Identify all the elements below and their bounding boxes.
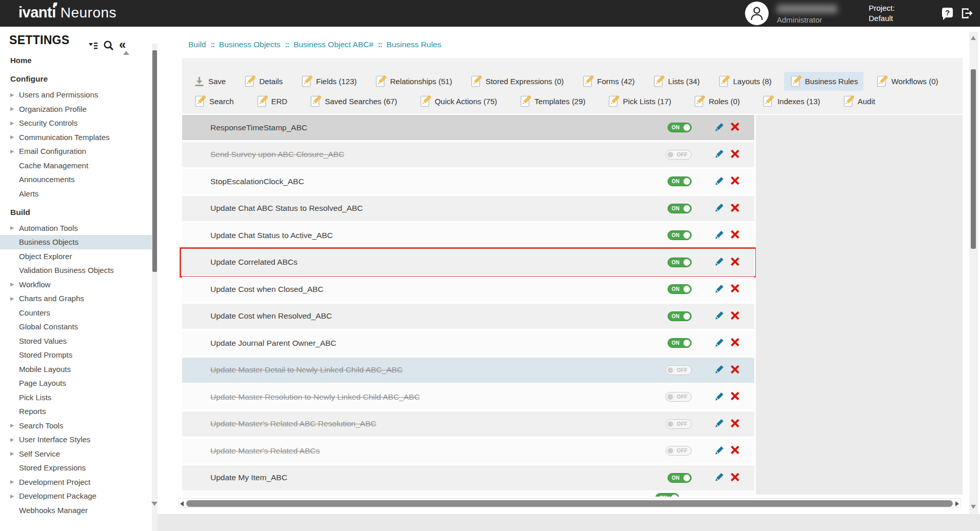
expand-arrow-icon[interactable]: ▶ [10, 282, 14, 287]
delete-rule-button[interactable] [730, 445, 740, 456]
horizontal-scrollbar-track[interactable] [178, 498, 961, 508]
toolbar-button-business-rules[interactable]: Business Rules [784, 72, 864, 91]
rule-toggle[interactable]: OFF [665, 150, 692, 160]
breadcrumb-link-build[interactable]: Build [188, 40, 206, 49]
rule-toggle[interactable]: OFF [665, 419, 692, 429]
collapse-sidebar-icon[interactable]: « [119, 40, 126, 49]
sidebar-item-counters[interactable]: Counters [0, 306, 152, 320]
breadcrumb-link-business-objects[interactable]: Business Objects [219, 40, 281, 49]
scroll-left-icon[interactable] [180, 501, 184, 506]
edit-rule-button[interactable] [715, 392, 724, 402]
sidebar-item-announcements[interactable]: Announcements [0, 172, 152, 187]
sidebar-scrollbar-thumb[interactable] [152, 50, 157, 272]
sidebar-item-webhooks-manager[interactable]: Webhooks Manager [0, 503, 152, 518]
edit-rule-button[interactable] [715, 149, 724, 160]
rule-row-update-my-item-abc[interactable]: Update My Item_ABCON [182, 465, 754, 490]
sidebar-item-home[interactable]: Home [0, 53, 152, 68]
toolbar-button-relationships-51[interactable]: Relationships (51) [369, 72, 458, 91]
edit-rule-button[interactable] [715, 230, 724, 241]
sidebar-item-pick-lists[interactable]: Pick Lists [0, 390, 152, 405]
toolbar-button-erd[interactable]: ERD [250, 92, 293, 111]
expand-arrow-icon[interactable]: ▶ [10, 493, 14, 499]
sidebar-item-development-project[interactable]: ▶Development Project [0, 475, 152, 489]
sidebar-item-stored-prompts[interactable]: Stored Prompts [0, 348, 152, 362]
sidebar-item-development-package[interactable]: ▶Development Package [0, 489, 152, 503]
expand-arrow-icon[interactable]: ▶ [10, 479, 14, 485]
horizontal-scrollbar-thumb[interactable] [186, 500, 953, 507]
sidebar-item-charts-and-graphs[interactable]: ▶Charts and Graphs [0, 291, 152, 306]
rule-row-update-chat-status-to-active-abc[interactable]: Update Chat Status to Active_ABCON [182, 223, 754, 248]
sidebar-item-stored-expressions[interactable]: Stored Expressions [0, 461, 152, 475]
sidebar-item-reports[interactable]: Reports [0, 404, 152, 419]
rule-toggle[interactable]: ON [668, 204, 692, 213]
toolbar-button-roles-0[interactable]: Roles (0) [688, 92, 746, 111]
sidebar-item-global-constants[interactable]: Global Constants [0, 320, 152, 334]
breadcrumb-link-business-object-abc[interactable]: Business Object ABC# [293, 40, 374, 49]
delete-rule-button[interactable] [730, 257, 740, 268]
sidebar-item-page-layouts[interactable]: Page Layouts [0, 376, 152, 390]
sidebar-item-object-explorer[interactable]: Object Explorer [0, 249, 152, 264]
delete-rule-button[interactable] [730, 338, 740, 348]
rule-toggle[interactable]: OFF [665, 446, 692, 456]
edit-rule-button[interactable] [715, 284, 724, 294]
rule-toggle[interactable]: ON [668, 284, 692, 294]
delete-rule-button[interactable] [730, 203, 740, 214]
delete-rule-button[interactable] [730, 473, 740, 483]
edit-rule-button[interactable] [715, 446, 724, 456]
delete-rule-button[interactable] [730, 230, 740, 241]
toolbar-button-audit[interactable]: Audit [837, 92, 881, 111]
rule-toggle[interactable]: ON [668, 123, 692, 132]
delete-rule-button[interactable] [730, 311, 740, 322]
delete-rule-button[interactable] [730, 122, 740, 133]
sidebar-item-communication-templates[interactable]: ▶Communication Templates [0, 130, 152, 145]
sidebar-item-validation-business-objects[interactable]: Validation Business Objects [0, 263, 152, 278]
rule-row-update-cost-when-resolved-abc[interactable]: Update Cost when Resolved_ABCON [182, 304, 754, 329]
toolbar-button-templates-29[interactable]: Templates (29) [514, 92, 591, 111]
breadcrumb-link-business-rules[interactable]: Business Rules [386, 40, 441, 49]
sidebar-item-automation-tools[interactable]: ▶Automation Tools [0, 221, 152, 235]
rule-toggle[interactable]: ON [668, 176, 692, 186]
sidebar-item-alerts[interactable]: Alerts [0, 187, 152, 201]
sidebar-item-email-configuration[interactable]: ▶Email Configuration [0, 144, 152, 159]
expand-arrow-icon[interactable]: ▶ [10, 296, 14, 301]
rule-row-update-cost-when-closed-abc[interactable]: Update Cost when Closed_ABCON [182, 277, 754, 302]
expand-arrow-icon[interactable]: ▶ [10, 437, 14, 442]
search-icon[interactable] [103, 40, 114, 51]
rule-row-update-master-s-related-abc-resolution-abc[interactable]: Update Master's Related ABC Resolution_A… [182, 411, 754, 437]
vertical-scrollbar-thumb[interactable] [971, 69, 976, 249]
expand-arrow-icon[interactable]: ▶ [10, 106, 14, 112]
rule-row-stopescalationclock-abc[interactable]: StopEscalationClock_ABCON [182, 169, 754, 194]
expand-arrow-icon[interactable]: ▶ [10, 120, 14, 126]
rule-row-update-chat-abc-status-to-resolved-abc[interactable]: Update Chat ABC Status to Resolved_ABCON [182, 196, 754, 221]
sidebar-item-workflow[interactable]: ▶Workflow [0, 278, 152, 292]
toolbar-button-pick-lists-17[interactable]: Pick Lists (17) [602, 92, 677, 111]
rule-toggle[interactable]: ON [668, 311, 692, 321]
sidebar-scroll-down-icon[interactable] [151, 502, 158, 506]
rule-toggle[interactable]: OFF [665, 392, 692, 402]
expand-arrow-icon[interactable]: ▶ [10, 134, 14, 140]
delete-rule-button[interactable] [730, 284, 740, 294]
toolbar-button-stored-expressions-0[interactable]: Stored Expressions (0) [464, 72, 570, 91]
rule-row-update-master-detail-to-newly-linked-child-abc-abc[interactable]: Update Master Detail to Newly Linked Chi… [182, 358, 754, 383]
edit-rule-button[interactable] [715, 123, 724, 133]
edit-rule-button[interactable] [715, 257, 724, 267]
sidebar-item-organization-profile[interactable]: ▶Organization Profile [0, 102, 152, 116]
edit-rule-button[interactable] [715, 176, 724, 187]
delete-rule-button[interactable] [730, 391, 740, 402]
expand-arrow-icon[interactable]: ▶ [10, 423, 14, 428]
toolbar-button-indexes-13[interactable]: Indexes (13) [756, 92, 826, 111]
rule-row-update-journal-parent-owner-abc[interactable]: Update Journal Parent Owner_ABCON [182, 330, 754, 356]
rule-toggle[interactable]: OFF [665, 365, 692, 375]
help-icon[interactable]: ? [942, 8, 953, 17]
sidebar-item-business-objects[interactable]: Business Objects [0, 235, 152, 249]
toolbar-button-quick-actions-75[interactable]: Quick Actions (75) [414, 92, 503, 111]
rule-toggle[interactable]: ON [655, 493, 679, 497]
expand-arrow-icon[interactable]: ▶ [10, 92, 14, 97]
rule-toggle[interactable]: ON [668, 230, 692, 240]
expand-arrow-icon[interactable]: ▶ [10, 148, 14, 154]
rule-row-send-survey-upon-abc-closure-abc[interactable]: Send Survey upon ABC Closure_ABCOFF [182, 142, 754, 167]
toolbar-button-save[interactable]: Save [188, 73, 231, 90]
sidebar-item-users-and-permissions[interactable]: ▶Users and Permissions [0, 88, 152, 102]
user-avatar[interactable] [745, 2, 769, 25]
rule-toggle[interactable]: ON [668, 258, 692, 267]
